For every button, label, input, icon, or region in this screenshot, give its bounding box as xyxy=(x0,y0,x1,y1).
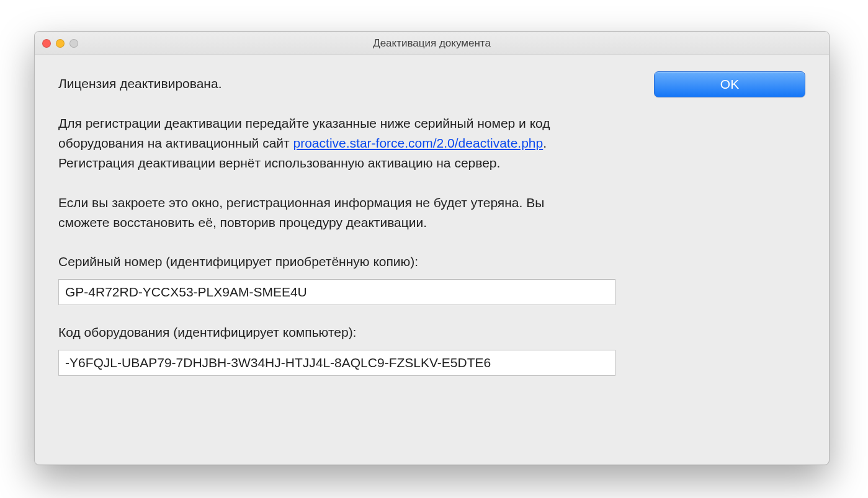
hardware-label: Код оборудования (идентифицирует компьют… xyxy=(58,322,594,342)
window-controls xyxy=(42,39,78,48)
serial-label: Серийный номер (идентифицирует приобретё… xyxy=(58,252,594,272)
zoom-icon[interactable] xyxy=(69,39,78,48)
deactivation-link[interactable]: proactive.star-force.com/2.0/deactivate.… xyxy=(293,136,544,150)
serial-number-field[interactable]: GP-4R72RD-YCCX53-PLX9AM-SMEE4U xyxy=(58,279,615,305)
close-icon[interactable] xyxy=(42,39,51,48)
hardware-label-block: Код оборудования (идентифицирует компьют… xyxy=(58,322,594,342)
window-title: Деактивация документа xyxy=(373,37,491,50)
minimize-icon[interactable] xyxy=(56,39,65,48)
titlebar: Деактивация документа xyxy=(35,32,829,55)
ok-button[interactable]: OK xyxy=(654,71,805,97)
message-block: Лицензия деактивирована. Для регистрации… xyxy=(58,74,594,272)
close-warning-message: Если вы закроете это окно, регистрационн… xyxy=(58,193,594,233)
hardware-code-field[interactable]: -Y6FQJL-UBAP79-7DHJBH-3W34HJ-HTJJ4L-8AQL… xyxy=(58,350,615,376)
dialog-window: Деактивация документа OK Лицензия деакти… xyxy=(34,31,830,465)
instruction-message: Для регистрации деактивации передайте ук… xyxy=(58,113,594,173)
dialog-content: OK Лицензия деактивирована. Для регистра… xyxy=(35,55,829,465)
deactivated-message: Лицензия деактивирована. xyxy=(58,74,594,94)
